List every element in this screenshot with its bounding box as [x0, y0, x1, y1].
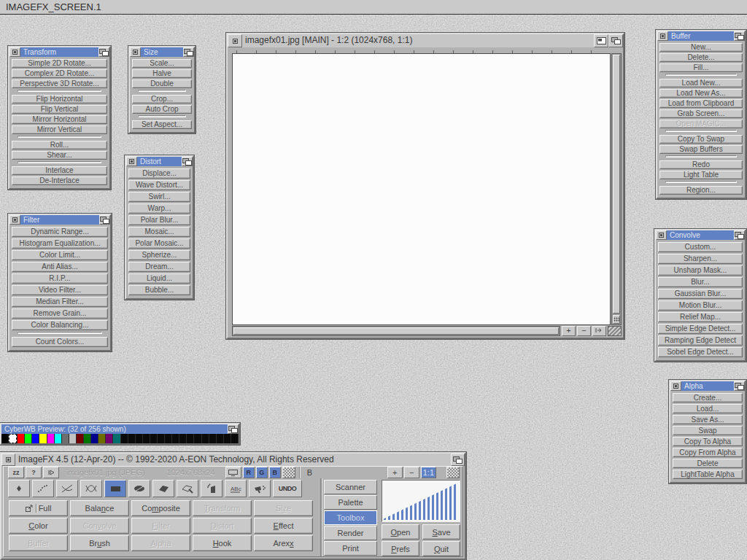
freehand-shape-tool[interactable]: [177, 480, 198, 497]
panel-titlebar[interactable]: Size: [130, 47, 194, 57]
color-swatch-17[interactable]: [128, 434, 135, 443]
panel-button-swap-buffers[interactable]: Swap Buffers: [659, 145, 743, 154]
palette-titlebar[interactable]: CyberWB Preview: (32 of 256 shown): [1, 424, 239, 434]
panel-button-remove-grain[interactable]: Remove Grain...: [12, 308, 108, 319]
button-size[interactable]: Size: [254, 500, 313, 516]
tab-render[interactable]: Render: [324, 526, 377, 540]
close-gadget[interactable]: [657, 31, 668, 41]
depth-gadget[interactable]: [228, 424, 239, 434]
close-gadget[interactable]: [130, 47, 141, 57]
close-gadget[interactable]: [670, 381, 681, 391]
panel-button-histogram-equalization[interactable]: Histogram Equalization...: [12, 238, 108, 249]
close-gadget[interactable]: [9, 47, 20, 57]
color-swatch-9[interactable]: [69, 434, 76, 443]
panel-button-anti-alias[interactable]: Anti Alias...: [12, 262, 108, 272]
panel-button-custom[interactable]: Custom...: [658, 242, 743, 252]
depth-gadget[interactable]: [734, 31, 745, 41]
zoom-gadget[interactable]: [594, 34, 608, 47]
panel-button-double[interactable]: Double: [132, 79, 192, 88]
panel-titlebar[interactable]: Transform: [9, 47, 109, 57]
panel-button-spherize[interactable]: Spherize...: [128, 250, 190, 260]
button-open[interactable]: Open: [382, 524, 419, 540]
sleep-button[interactable]: zz: [8, 467, 24, 478]
dither-button[interactable]: [446, 467, 460, 478]
vertical-scroll-thumb[interactable]: [613, 55, 620, 314]
depth-gadget[interactable]: [734, 230, 745, 240]
zoom-ratio-button[interactable]: 1:1: [421, 467, 436, 478]
panel-button-warp[interactable]: Warp...: [128, 203, 190, 214]
screen-titlebar[interactable]: IMAGEFX_SCREEN.1: [0, 0, 747, 15]
panel-button-median-filter[interactable]: Median Filter...: [12, 297, 108, 307]
horizontal-scroll-thumb[interactable]: [233, 327, 559, 335]
panel-button-flip-horizontal[interactable]: Flip Horizontal: [12, 95, 107, 104]
panel-titlebar[interactable]: Distort: [126, 157, 193, 166]
panel-button-dream[interactable]: Dream...: [128, 262, 190, 272]
panel-titlebar[interactable]: Alpha: [670, 381, 745, 391]
pan-button[interactable]: [592, 326, 606, 336]
close-gadget[interactable]: [228, 34, 242, 47]
color-swatch-29[interactable]: [217, 434, 223, 443]
oval-tool[interactable]: [128, 480, 150, 497]
depth-gadget[interactable]: [734, 381, 745, 391]
box-tool[interactable]: [104, 480, 126, 497]
forward-button[interactable]: [43, 467, 59, 478]
color-swatch-28[interactable]: [209, 434, 216, 443]
panel-button-redo[interactable]: Redo: [659, 160, 743, 169]
color-swatch-18[interactable]: [136, 434, 142, 443]
airbrush-tool[interactable]: [249, 480, 271, 497]
depth-gadget[interactable]: [608, 34, 623, 47]
command-titlebar[interactable]: ImageFX 4.5 (12-Apr-20) -- © 1992-2020 A…: [1, 454, 465, 466]
color-swatch-19[interactable]: [143, 434, 150, 443]
panel-button-dynamic-range[interactable]: Dynamic Range...: [12, 227, 108, 237]
panel-titlebar[interactable]: Buffer: [657, 31, 745, 41]
panel-button-delete[interactable]: Delete...: [659, 53, 743, 62]
panel-button-open-magic[interactable]: Open MAGIC...: [659, 120, 743, 128]
color-swatch-11[interactable]: [84, 434, 90, 443]
resize-gadget[interactable]: [608, 326, 622, 336]
color-swatch-1[interactable]: [9, 434, 17, 443]
button-quit[interactable]: Quit: [422, 541, 460, 556]
color-swatch-2[interactable]: [18, 434, 24, 443]
panel-button-save-as[interactable]: Save As...: [673, 415, 743, 424]
panel-button-color-limit[interactable]: Color Limit...: [12, 250, 108, 260]
tab-scanner[interactable]: Scanner: [324, 480, 377, 494]
curve-tool[interactable]: [80, 480, 102, 497]
panel-button-mirror-horizontal[interactable]: Mirror Horizontal: [12, 115, 107, 124]
color-swatch-4[interactable]: [32, 434, 39, 443]
point-tool[interactable]: [8, 480, 30, 497]
panel-button-simple-edge-detect[interactable]: Simple Edge Detect...: [658, 324, 743, 334]
button-convolve[interactable]: Convolve: [70, 518, 129, 534]
panel-button-displace[interactable]: Displace...: [128, 168, 190, 179]
color-swatch-10[interactable]: [77, 434, 83, 443]
button-save[interactable]: Save: [422, 524, 460, 540]
color-swatch-16[interactable]: [121, 434, 128, 443]
text-tool[interactable]: ABc: [225, 480, 247, 497]
panel-button-wave-distort[interactable]: Wave Distort...: [128, 180, 190, 190]
panel-button-video-filter[interactable]: Video Filter...: [12, 285, 108, 295]
zoom-out-button[interactable]: −: [404, 467, 419, 478]
color-swatch-22[interactable]: [165, 434, 171, 443]
color-swatch-3[interactable]: [25, 434, 31, 443]
panel-button-ramping-edge-detect[interactable]: Ramping Edge Detect: [658, 335, 743, 346]
panel-titlebar[interactable]: Filter: [9, 215, 110, 225]
panel-button-new[interactable]: New...: [659, 43, 743, 52]
panel-button-load-new-as[interactable]: Load New As...: [659, 89, 743, 98]
tab-toolbox[interactable]: Toolbox: [324, 510, 377, 525]
panel-button-polar-mosaic[interactable]: Polar Mosaic...: [128, 238, 190, 249]
zoom-in-button[interactable]: +: [387, 467, 403, 478]
depth-gadget[interactable]: [99, 215, 110, 225]
panel-button-r-i-p[interactable]: R.I.P...: [12, 273, 108, 284]
panel-button-load-from-clipboard[interactable]: Load from Clipboard: [659, 99, 743, 108]
color-swatch-0[interactable]: [1, 434, 8, 443]
panel-button-flip-vertical[interactable]: Flip Vertical: [12, 105, 107, 114]
panel-button-count-colors[interactable]: Count Colors...: [12, 337, 108, 347]
panel-button-auto-crop[interactable]: Auto Crop: [132, 105, 192, 114]
panel-button-copy-to-swap[interactable]: Copy To Swap: [659, 135, 743, 144]
color-swatch-30[interactable]: [224, 434, 231, 443]
screen-mode-button[interactable]: [225, 467, 241, 478]
panel-button-halve[interactable]: Halve: [132, 69, 192, 78]
button-buffer[interactable]: Buffer: [9, 535, 68, 551]
close-gadget[interactable]: [9, 215, 20, 225]
color-swatch-24[interactable]: [179, 434, 186, 443]
fill-tool[interactable]: [201, 480, 222, 497]
